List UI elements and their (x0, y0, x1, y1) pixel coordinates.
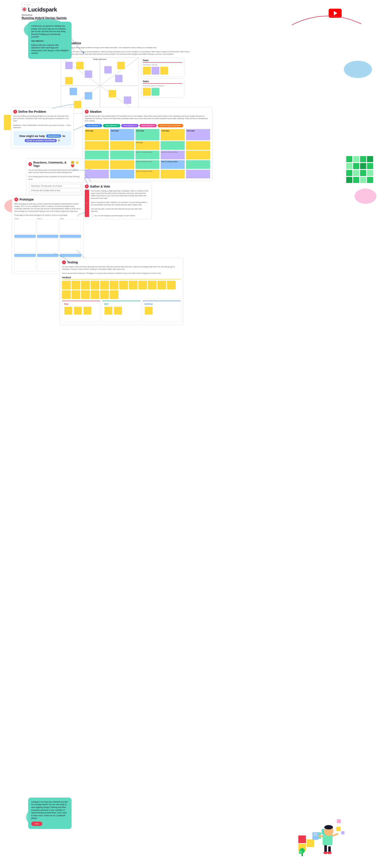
em-sticky-12 (74, 101, 81, 108)
fb-s-17 (100, 290, 109, 299)
tab-team1[interactable]: Team Member 1 (85, 124, 102, 127)
idea-sticky-5-1: First idea (186, 129, 210, 140)
start-box: Start (102, 301, 140, 322)
fb-s-15 (81, 290, 90, 299)
idea-sticky-3-1: First idea (135, 129, 160, 140)
idea-sticky-4-4: idea of a strong of ideas (161, 160, 185, 169)
logo-area: ✳ Lucidspark (22, 6, 67, 13)
idea-sticky-2-1: First idea (110, 129, 134, 140)
facts-title: Facts (143, 59, 182, 63)
fb-s-12 (167, 281, 175, 289)
shoe-left (323, 851, 328, 854)
proto-blue-bar-4 (14, 254, 36, 257)
ssc-grid: Stop Start Continue (62, 301, 181, 322)
proto-box-7 (14, 257, 36, 272)
step1-header: 1 Empathize (61, 41, 191, 45)
app-name: Lucidspark (28, 6, 57, 13)
stop-sticky-1 (64, 307, 72, 315)
idea-sticky-5-3 (186, 151, 210, 159)
step7-desc: You are ready to stress-test your idea w… (62, 266, 181, 270)
next-button[interactable]: Next (31, 822, 42, 826)
em-sticky-1 (65, 62, 73, 69)
gb-9 (346, 170, 352, 176)
idea-sticky-5-4 (186, 160, 210, 169)
step7-container: 7 Testing You are ready to stress-test y… (60, 258, 183, 325)
gb-4 (367, 156, 373, 162)
gb-10 (353, 170, 359, 176)
idea-sticky-1-5 (85, 170, 109, 178)
proto-col-6 (60, 235, 81, 253)
fb-s-2 (71, 281, 80, 289)
step5-container: 5 Gather & Vote 5 You've been making a s… (83, 182, 152, 219)
idea-col-2: First idea (110, 129, 134, 178)
step7-title: Testing (67, 260, 78, 264)
gb-11 (360, 170, 366, 176)
idea-label-3-2: First idea (135, 141, 160, 144)
torso (323, 834, 332, 845)
red-curve-deco (290, 12, 363, 27)
gains-stickies (143, 88, 182, 96)
hmw-customer[interactable]: [Customer] (46, 134, 61, 138)
idea-columns: First idea First idea First idea First i… (85, 129, 210, 178)
hmw-outcome[interactable]: [Goal or problem identified] (25, 139, 57, 142)
vote-number: 5 (86, 203, 88, 204)
pink-blob-deco (355, 189, 376, 204)
tab-team4[interactable]: Team Member 4 (139, 124, 157, 127)
idea-col-5: First idea (186, 129, 210, 178)
step7-desc2: Give a second and sweet your "Prototype … (62, 272, 181, 274)
hair (324, 825, 333, 829)
em-sticky-8 (70, 88, 77, 95)
gains-sticky-1 (143, 88, 151, 96)
gains-sticky-2 (152, 88, 159, 96)
step2-desc: Once you define your guiding principles … (13, 115, 71, 122)
continue-sticky-1 (145, 307, 153, 315)
vote-check-area: Try: You will Organize and Vote again on… (91, 214, 149, 217)
step4-desc2: Go to simply type the item in question s… (28, 175, 82, 180)
intro-bubble: Conferences are great for meeting new pe… (28, 22, 71, 59)
tab-team2[interactable]: Team Member 2 (103, 124, 120, 127)
team-tabs: Team Member 1 Team Member 2 Team Member … (85, 124, 210, 127)
tab-team3[interactable]: Team Member 3 (121, 124, 138, 127)
idea-sticky-4-5 (161, 170, 185, 178)
tablet (312, 832, 318, 840)
fb-s-18 (110, 290, 118, 299)
fb-s-16 (91, 290, 99, 299)
em-sticky-3 (85, 70, 92, 78)
float-sticky-2 (341, 831, 345, 834)
proto-col-4 (14, 235, 36, 253)
facts-stickies (143, 67, 182, 74)
gains-title: Gains (143, 80, 182, 84)
reaction-item-1: Reacting to: The tag name, see it shows (30, 184, 80, 188)
step5-desc3: Click the top right: connect the idea th… (91, 208, 149, 212)
em-sticky-10 (108, 90, 116, 97)
start-sticky-2 (114, 307, 122, 315)
idea-sticky-4-3: idea of a strong of ideas (161, 151, 185, 159)
start-title: Start (104, 303, 138, 305)
idea-col-3: First idea First idea idea of a strong o… (135, 129, 160, 178)
proto-blue-bar-5 (37, 254, 59, 257)
proto-blue-bar-2 (37, 235, 59, 238)
step1-desc: Let's get started by taking target audie… (61, 46, 191, 49)
idea-sticky-3-4: idea of a strong of ideas (135, 160, 160, 169)
congrats-text: Congrats! You have just reviewed yoursel… (31, 801, 68, 820)
stop-sticky-2 (74, 307, 82, 315)
fb-s-8 (129, 281, 137, 289)
gb-5 (346, 163, 352, 169)
proto-label-status: Status (60, 218, 81, 219)
feedback-section: Feedback Stop (62, 276, 181, 322)
facts-sticky-1 (143, 67, 151, 74)
idea-sticky-2-5 (110, 170, 134, 178)
step5-number: 5 (85, 184, 89, 188)
em-sticky-7 (65, 77, 73, 84)
vote-checkbox[interactable] (91, 214, 93, 217)
idea-label-3-5: idea of a strong of ideas (135, 170, 160, 173)
gb-15 (360, 177, 366, 183)
step4-header: 4 Reactions, Comments, & Tags 😊 🌟 ❤️ (28, 161, 82, 167)
tab-team5[interactable]: Team Document Question (158, 124, 183, 127)
start-sticky-1 (104, 307, 112, 315)
step3-header: 3 Ideation (85, 110, 210, 114)
green-blocks-decoration (346, 156, 373, 183)
proto-col-7 (14, 254, 36, 272)
idea-sticky-5-2 (186, 141, 210, 150)
continue-title: Continue (145, 303, 179, 305)
